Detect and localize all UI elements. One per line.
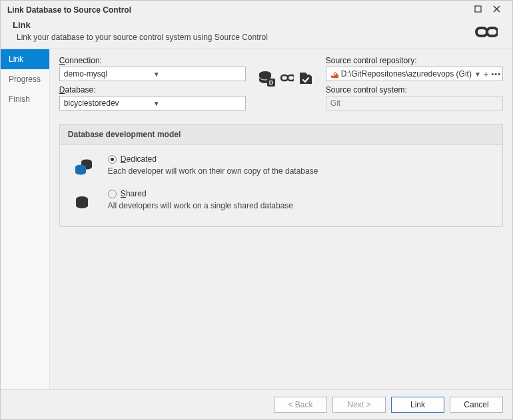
maximize-button[interactable] <box>468 5 487 15</box>
chain-link-icon <box>279 73 294 85</box>
dev-model-panel: Database development model D <box>59 124 503 227</box>
back-button[interactable]: < Back <box>274 397 327 413</box>
dedicated-icon <box>73 154 93 177</box>
scs-label: Source control system: <box>326 85 503 95</box>
shared-text: Shared All developers will work on a sin… <box>108 189 489 210</box>
header-title: Link <box>13 20 472 30</box>
titlebar: Link Database to Source Control <box>1 1 512 17</box>
svg-rect-6 <box>330 71 338 77</box>
database-select[interactable]: bicyclestoredev ▼ <box>59 96 246 110</box>
sidebar-item-link[interactable]: Link <box>1 49 49 69</box>
chevron-down-icon: ▼ <box>153 71 243 78</box>
git-icon <box>329 69 338 80</box>
wizard-sidebar: Link Progress Finish <box>1 49 50 389</box>
connection-value: demo-mysql <box>64 69 153 79</box>
repo-label: Source control repository: <box>326 56 503 65</box>
close-icon <box>493 5 500 13</box>
svg-rect-0 <box>475 6 481 12</box>
shared-option: Shared All developers will work on a sin… <box>73 189 489 212</box>
database-label: Database: <box>59 85 246 95</box>
dedicated-desc: Each developer will work on their own co… <box>108 166 489 176</box>
form-column-left: Connection: demo-mysql ▼ Database: bicyc… <box>59 56 246 114</box>
shared-label: Shared <box>121 189 147 198</box>
connection-select[interactable]: demo-mysql ▼ <box>59 67 246 81</box>
form-column-right: Source control repository: D:\GitReposit… <box>326 56 503 110</box>
form-top-row: Connection: demo-mysql ▼ Database: bicyc… <box>59 56 503 114</box>
add-repo-button[interactable]: + <box>484 69 489 79</box>
svg-text:D: D <box>269 79 274 86</box>
database-value: bicyclestoredev <box>64 99 153 108</box>
close-button[interactable] <box>487 5 506 15</box>
sidebar-item-progress[interactable]: Progress <box>1 69 49 89</box>
shared-icon <box>73 189 93 212</box>
main-content: Connection: demo-mysql ▼ Database: bicyc… <box>50 49 512 389</box>
repo-value: D:\GitRepositories\azuredevops (Git) <box>341 69 472 79</box>
chevron-down-icon: ▼ <box>474 71 481 78</box>
dedicated-label: Dedicated <box>121 154 157 164</box>
cancel-button[interactable]: Cancel <box>450 397 503 413</box>
chevron-down-icon: ▼ <box>153 100 243 107</box>
header-text: Link Link your database to your source c… <box>13 20 472 42</box>
connection-label: Connection: <box>59 56 246 65</box>
sidebar-item-label: Progress <box>9 75 41 84</box>
dedicated-text: Dedicated Each developer will work on th… <box>108 154 489 176</box>
dialog-window: Link Database to Source Control Link Lin… <box>0 0 513 420</box>
scs-field: Git <box>326 96 503 110</box>
source-control-icon <box>298 70 314 88</box>
dialog-body: Link Progress Finish Connection: demo-my… <box>1 49 512 389</box>
dedicated-option: Dedicated Each developer will work on th… <box>73 154 489 177</box>
next-button[interactable]: Next > <box>332 397 386 413</box>
dev-model-title: Database development model <box>60 124 502 145</box>
link-button[interactable]: Link <box>391 397 444 413</box>
shared-desc: All developers will work on a single sha… <box>108 201 489 210</box>
sidebar-item-label: Finish <box>9 95 30 104</box>
sidebar-item-finish[interactable]: Finish <box>1 89 49 109</box>
database-icon: D <box>258 69 275 89</box>
radio-selected-icon <box>108 155 117 164</box>
dialog-header: Link Link your database to your source c… <box>1 17 512 49</box>
scs-value: Git <box>330 99 340 108</box>
link-glyph-row: D <box>258 56 314 89</box>
dev-model-body: Dedicated Each developer will work on th… <box>60 145 502 226</box>
window-title: Link Database to Source Control <box>7 5 468 15</box>
radio-unselected-icon <box>108 190 117 198</box>
shared-radio[interactable]: Shared <box>108 189 489 198</box>
dialog-footer: < Back Next > Link Cancel <box>1 389 512 419</box>
header-description: Link your database to your source contro… <box>13 33 472 42</box>
repo-select[interactable]: D:\GitRepositories\azuredevops (Git) ▼ +… <box>326 67 503 81</box>
maximize-icon <box>474 5 482 13</box>
sidebar-item-label: Link <box>9 55 23 64</box>
dedicated-radio[interactable]: Dedicated <box>108 154 489 164</box>
repo-more-button[interactable]: ••• <box>491 70 501 78</box>
link-icon <box>472 24 498 42</box>
